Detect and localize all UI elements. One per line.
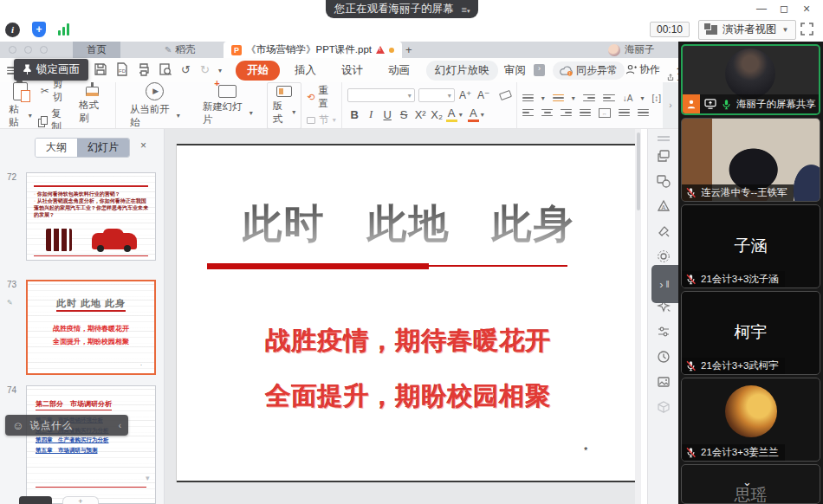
slide-thumbnail-72[interactable]: ◦ 你如何看待软包装饮料行业的营销？ ◦ 从社会营销观念角度分析，你如何看待正在… bbox=[26, 172, 156, 261]
layout-button[interactable]: 版式▾ bbox=[267, 82, 302, 129]
image-panel-icon[interactable] bbox=[657, 375, 671, 389]
participant-tile-screenshare[interactable]: 海丽子的屏幕共享 bbox=[681, 44, 820, 115]
slide-editor[interactable]: 此时 此地 此身 战胜疫情，期待春暖花开 全面提升，期盼校园相聚 * bbox=[176, 144, 641, 482]
print-preview-icon[interactable] bbox=[159, 62, 172, 79]
shapes-icon[interactable] bbox=[657, 174, 671, 188]
para-spacing-icon[interactable] bbox=[638, 109, 649, 117]
cut-button[interactable]: ✂剪切 bbox=[41, 78, 70, 104]
resource-box-icon[interactable] bbox=[657, 400, 671, 414]
slide-body-line2[interactable]: 全面提升，期盼校园相聚 bbox=[177, 379, 640, 414]
lock-screen-tooltip[interactable]: 锁定画面 bbox=[14, 59, 88, 81]
ribbon-tab-slideshow[interactable]: 幻灯片放映 bbox=[426, 61, 498, 81]
ribbon-tab-design[interactable]: 设计 bbox=[333, 61, 372, 81]
slide-thumbnail-73[interactable]: 此时 此地 此身 战胜疫情，期待春暖花开 全面提升，期盼校园相聚 . bbox=[26, 280, 156, 375]
slide-thumbnail-74[interactable]: 第二部分 市场调研分析 第二章 市场营销环境分析 第三章 消费者购买行为分析 第… bbox=[26, 385, 156, 504]
maximize-button[interactable]: ◻ bbox=[773, 3, 795, 15]
highlight-button[interactable]: A bbox=[446, 107, 457, 122]
toolbar-expand-button[interactable]: › bbox=[663, 82, 678, 128]
font-size-select[interactable]: ▾ bbox=[418, 88, 455, 102]
print-icon[interactable] bbox=[137, 62, 151, 79]
tab-home[interactable]: 首页 bbox=[73, 42, 120, 58]
panel-tab-outline[interactable]: 大纲 bbox=[36, 139, 77, 157]
export-pdf-icon[interactable]: FD bbox=[115, 62, 129, 79]
scroll-down-chevron-icon[interactable]: ⌄ bbox=[742, 475, 752, 488]
italic-button[interactable]: I bbox=[364, 107, 379, 121]
speaker-view-button[interactable]: 演讲者视图 ▼ bbox=[698, 20, 796, 40]
panel-tab-slides[interactable]: 幻灯片 bbox=[77, 139, 129, 157]
adjust-icon[interactable] bbox=[657, 325, 671, 339]
duplicate-slide-icon[interactable] bbox=[657, 149, 671, 163]
close-button[interactable]: × bbox=[795, 2, 818, 16]
subscript-button[interactable]: X₂ bbox=[430, 108, 444, 121]
minimize-button[interactable]: — bbox=[750, 3, 773, 15]
chat-input-placeholder[interactable]: 说点什么 bbox=[29, 419, 73, 432]
bold-button[interactable]: B bbox=[347, 108, 362, 121]
font-color-button[interactable]: A bbox=[468, 107, 479, 122]
save-icon[interactable] bbox=[94, 62, 107, 79]
ribbon-tab-start[interactable]: 开始 bbox=[236, 61, 280, 81]
font-family-select[interactable]: ▾ bbox=[347, 88, 415, 102]
text-spacing-icon[interactable]: [↕] bbox=[651, 94, 661, 103]
nav-circle-3[interactable] bbox=[40, 46, 48, 54]
reset-button[interactable]: ⟲重置 bbox=[307, 84, 336, 110]
add-slide-pill[interactable]: + bbox=[62, 496, 99, 504]
slide-title-text[interactable]: 此时 此地 此身 bbox=[243, 200, 575, 247]
clear-format-icon[interactable] bbox=[499, 90, 512, 100]
info-icon[interactable]: i bbox=[5, 23, 20, 37]
signal-bars-icon[interactable] bbox=[58, 23, 69, 36]
panel-close-icon[interactable]: × bbox=[140, 139, 146, 152]
align-left-icon[interactable] bbox=[522, 109, 534, 117]
ribbon-tab-animation[interactable]: 动画 bbox=[379, 61, 418, 81]
font-shrink-button[interactable]: A⁻ bbox=[476, 89, 491, 101]
rail-drag-handle[interactable] bbox=[658, 136, 670, 138]
text-direction-icon[interactable]: ↓A bbox=[623, 94, 633, 103]
tab-docer[interactable]: ✎ 稻壳 bbox=[154, 42, 205, 58]
history-icon[interactable] bbox=[657, 350, 671, 364]
bottom-dark-pill[interactable] bbox=[19, 496, 52, 504]
distribute-icon[interactable]: ↔ bbox=[599, 108, 611, 118]
participant-tile-partial[interactable]: 思瑶 ⌄ bbox=[681, 464, 820, 504]
format-painter-button[interactable]: 格式刷 bbox=[75, 87, 110, 125]
new-slide-button[interactable]: 新建幻灯片▾ bbox=[194, 85, 262, 126]
emoji-icon[interactable]: ☺ bbox=[12, 419, 23, 432]
slide-body-line1[interactable]: 战胜疫情，期待春暖花开 bbox=[177, 324, 640, 359]
paste-button[interactable]: 粘贴▾ bbox=[5, 82, 36, 129]
participant-tile[interactable]: 子涵 21会计3+3沈子涵 bbox=[681, 204, 820, 288]
wordart-icon[interactable]: A bbox=[657, 199, 671, 213]
decrease-indent-icon[interactable] bbox=[583, 94, 595, 102]
shield-icon[interactable]: + bbox=[32, 22, 46, 37]
justify-icon[interactable] bbox=[580, 109, 591, 117]
bullet-list-icon[interactable] bbox=[522, 94, 534, 102]
canvas-scrollbar[interactable] bbox=[635, 129, 641, 504]
tab-document[interactable]: P 《市场营销学》PPT课件.ppt bbox=[224, 42, 402, 58]
tab-overflow-icon[interactable]: › bbox=[534, 64, 545, 76]
participant-tile-video[interactable]: 连云港中专--王铁军 bbox=[681, 118, 820, 202]
chat-overlay[interactable]: ☺ 说点什么 ‹ bbox=[5, 415, 128, 436]
more-history-icon[interactable]: ▾ bbox=[218, 67, 222, 74]
nav-circle-2[interactable] bbox=[24, 46, 32, 54]
effects-icon[interactable] bbox=[657, 249, 671, 263]
numbered-list-icon[interactable] bbox=[553, 94, 564, 102]
chat-collapse-icon[interactable]: ‹ bbox=[119, 421, 121, 430]
new-tab-button[interactable]: + bbox=[405, 43, 412, 56]
section-button[interactable]: 节▾ bbox=[307, 113, 336, 126]
font-grow-button[interactable]: A⁺ bbox=[458, 89, 473, 101]
undo-icon[interactable]: ↺ bbox=[181, 63, 191, 76]
style-brush-icon[interactable] bbox=[657, 224, 671, 238]
ribbon-tab-insert[interactable]: 插入 bbox=[286, 61, 325, 81]
participant-tile[interactable]: 柯宇 21会计3+3武柯宇 bbox=[681, 291, 820, 375]
sync-status[interactable]: ! 同步异常 bbox=[553, 61, 625, 80]
fullscreen-icon[interactable] bbox=[800, 23, 813, 38]
strike-button[interactable]: S bbox=[397, 108, 412, 121]
ribbon-tab-review[interactable]: 审阅 bbox=[496, 61, 535, 81]
account-area[interactable]: 海丽子 bbox=[608, 43, 655, 56]
collaborate-item[interactable]: 协作 bbox=[625, 62, 660, 77]
align-center-icon[interactable] bbox=[541, 109, 553, 117]
redo-icon[interactable]: ↻ bbox=[200, 63, 210, 76]
participant-tile-avatar[interactable]: 21会计3+3姜兰兰 bbox=[681, 378, 820, 462]
line-spacing-icon[interactable] bbox=[619, 109, 630, 117]
nav-circle-1[interactable] bbox=[9, 46, 16, 54]
align-right-icon[interactable] bbox=[561, 109, 572, 117]
play-from-current-button[interactable]: ▶ 从当前开始▾ bbox=[121, 82, 189, 129]
underline-button[interactable]: U bbox=[380, 108, 395, 121]
